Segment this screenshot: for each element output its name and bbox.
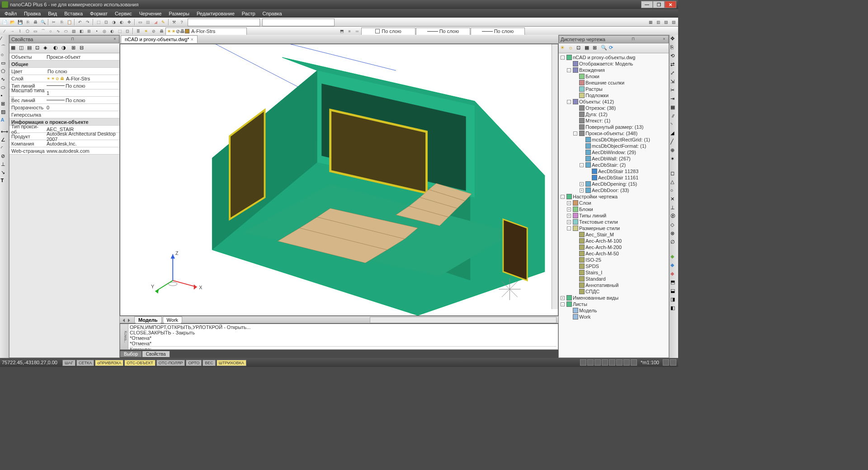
dim-ang-icon[interactable]: ∠ xyxy=(1,137,8,144)
tree-node[interactable]: +Блоки xyxy=(560,206,668,212)
status-icon[interactable] xyxy=(616,359,623,366)
prop-tool-icon[interactable]: ▤ xyxy=(27,44,35,52)
status-toggle[interactable]: ШАГ xyxy=(62,360,75,366)
poly-icon[interactable]: ⬠ xyxy=(24,28,31,35)
status-icon[interactable] xyxy=(587,359,594,366)
tree-node[interactable]: Мтекст: (1) xyxy=(560,118,668,124)
tree-node[interactable]: +Слои xyxy=(560,200,668,206)
explode-icon[interactable]: ✶ xyxy=(670,156,678,163)
tree-node[interactable]: AecDbStair 11161 xyxy=(560,174,668,181)
layer-mgr-icon[interactable]: ≣ xyxy=(135,28,142,35)
tree-node[interactable]: Подложки xyxy=(560,92,668,99)
tab-close-icon[interactable]: × xyxy=(190,37,193,42)
select-icon[interactable]: ▭ xyxy=(137,19,144,26)
dm-tool-icon[interactable]: ⊞ xyxy=(592,44,600,52)
tree-node[interactable]: Повернутый размер: (13) xyxy=(560,124,668,130)
offset-icon[interactable]: ⫽ xyxy=(670,113,678,120)
open-icon[interactable]: 📂 xyxy=(9,19,16,26)
properties-header[interactable]: Свойства ⊓ × xyxy=(9,35,119,43)
undo-icon[interactable]: ↶ xyxy=(76,19,84,26)
draw-pt-icon[interactable]: • xyxy=(1,93,8,100)
rotate-icon[interactable]: ⟲ xyxy=(670,53,678,60)
prop-tool-icon[interactable]: ◈ xyxy=(43,44,51,52)
status-icon[interactable] xyxy=(580,359,586,366)
snap-int-icon[interactable]: ✕ xyxy=(670,196,678,203)
tree-node[interactable]: Stairs_I xyxy=(560,269,668,276)
tree-node[interactable]: AecDbWindow: (29) xyxy=(560,149,668,155)
tree-node[interactable]: Дуга: (12) xyxy=(560,111,668,118)
prop-tool-icon[interactable]: ◫ xyxy=(19,44,27,52)
menu-Размеры[interactable]: Размеры xyxy=(166,10,192,17)
drawing-manager-header[interactable]: Диспетчер чертежа ⊓ × xyxy=(559,35,669,43)
doc-tab[interactable]: nCAD и proxy-объекты.dwg* × xyxy=(121,35,198,43)
zoom-window-icon[interactable]: ⬚ xyxy=(95,19,102,26)
grad-icon[interactable]: ◐ xyxy=(108,28,116,35)
panel-pin-icon[interactable]: ⊓ xyxy=(70,37,75,42)
color-icon[interactable]: ⬒ xyxy=(338,28,345,35)
iso-top-icon[interactable]: ◆ xyxy=(670,254,678,261)
dm-tool-icon[interactable]: ▦ xyxy=(584,44,592,52)
tree-node[interactable]: СПДС xyxy=(560,288,668,295)
close-button[interactable]: ✕ xyxy=(665,1,676,8)
iso-front-icon[interactable]: ◆ xyxy=(670,262,678,269)
prop-row[interactable]: Масштаб типа ..1 xyxy=(9,89,119,97)
status-icon[interactable] xyxy=(594,359,601,366)
ltype-dropdown[interactable]: По слою xyxy=(416,28,470,35)
trim-icon[interactable]: ✂ xyxy=(670,87,678,94)
saveall-icon[interactable]: ⎘ xyxy=(24,19,31,26)
prop-tool-icon[interactable]: ▦ xyxy=(10,44,19,52)
iso-nw-icon[interactable]: ◧ xyxy=(670,305,678,312)
status-icon[interactable] xyxy=(602,359,608,366)
status-icon[interactable] xyxy=(631,359,637,366)
draw-poly-icon[interactable]: ⬠ xyxy=(1,68,8,75)
circle-icon[interactable]: ○ xyxy=(47,28,54,35)
tool2-icon[interactable]: ⊡ xyxy=(124,28,131,35)
tree-node[interactable]: -Настройки чертежа xyxy=(560,193,668,200)
iso-ne-icon[interactable]: ◨ xyxy=(670,296,678,304)
search-box[interactable] xyxy=(188,19,260,26)
dim-dia-icon[interactable]: ⊘ xyxy=(1,153,8,160)
zoom-previous-icon[interactable]: ◑ xyxy=(110,19,118,26)
tree-node[interactable]: ISO-25 xyxy=(560,257,668,263)
tree-node[interactable]: Standard xyxy=(560,276,668,282)
layer-dropdown[interactable]: ☀☀⊘🖶 A-Flor-Strs xyxy=(165,28,247,35)
hatch-icon[interactable]: ▨ xyxy=(70,28,77,35)
panel-close-icon[interactable]: × xyxy=(661,37,667,42)
mirror-icon[interactable]: ⇄ xyxy=(670,61,678,69)
layout2-icon[interactable]: ▥ xyxy=(655,19,662,26)
maximize-button[interactable]: ❐ xyxy=(653,1,665,8)
pan-icon[interactable]: ✥ xyxy=(126,19,133,26)
status-toggle[interactable]: ОРТО xyxy=(186,360,202,366)
paste-icon[interactable]: 📋 xyxy=(66,19,73,26)
ltype-icon[interactable]: ≡ xyxy=(346,28,353,35)
drawing-tree[interactable]: -nCAD и proxy-объекты.dwgОтображается: М… xyxy=(559,53,669,357)
layout3-icon[interactable]: ▧ xyxy=(662,19,670,26)
snap-end-icon[interactable]: ◻ xyxy=(670,170,678,178)
new-icon[interactable]: 📄 xyxy=(1,19,8,26)
panel-pin-icon[interactable]: ⊓ xyxy=(631,37,636,42)
status-icon[interactable] xyxy=(609,359,615,366)
copy-icon[interactable]: ⎘ xyxy=(58,19,65,26)
status-toggle[interactable]: СЕТКА xyxy=(76,360,94,366)
save-icon[interactable]: 💾 xyxy=(16,19,24,26)
snap-cen-icon[interactable]: ○ xyxy=(670,188,678,195)
spline-icon[interactable]: ∿ xyxy=(55,28,62,35)
dim-rad-icon[interactable]: ◜ xyxy=(1,145,8,152)
layout4-icon[interactable]: ▨ xyxy=(670,19,677,26)
redo-icon[interactable]: ↷ xyxy=(84,19,91,26)
mtext-icon[interactable]: A xyxy=(1,117,8,124)
status-toggle[interactable]: ШТРИХОВКА xyxy=(217,360,246,366)
prop-tool-icon[interactable]: ⊞ xyxy=(71,44,79,52)
tree-node[interactable]: Внешние ссылки xyxy=(560,80,668,86)
status-toggle[interactable]: ОТС-ПОЛЯР xyxy=(156,360,185,366)
tab-nav-icon[interactable]: ⏴⏵ xyxy=(120,317,133,323)
text-icon[interactable]: T xyxy=(1,178,8,185)
draw-ell-icon[interactable]: ⬭ xyxy=(1,85,8,92)
menu-Справка[interactable]: Справка xyxy=(260,10,285,17)
tab-select[interactable]: Выбор xyxy=(120,351,142,357)
tree-node[interactable]: -Размерные стили xyxy=(560,225,668,231)
tree-node[interactable]: -Прокси-объекты: (348) xyxy=(560,130,668,136)
hatch2-icon[interactable]: ▨ xyxy=(1,109,8,116)
region-icon[interactable]: ◧ xyxy=(78,28,85,35)
cut-icon[interactable]: ✂ xyxy=(50,19,57,26)
